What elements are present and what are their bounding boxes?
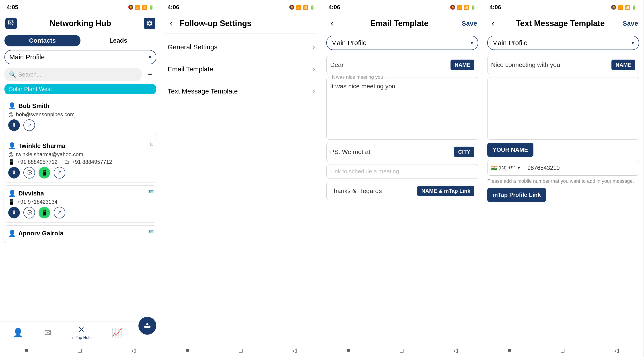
sys-menu-icon-2[interactable]: ≡	[186, 347, 189, 354]
share-btn-bob[interactable]: ↗	[24, 119, 35, 131]
sms-btn-divvisha[interactable]: 💬	[24, 207, 35, 218]
search-icon-1: 🔍	[9, 71, 16, 78]
svg-rect-6	[12, 21, 13, 22]
txt-greeting-row[interactable]: Nice connecting with you NAME	[487, 56, 639, 74]
nav-bar-1: Networking Hub	[0, 14, 161, 34]
svg-point-12	[146, 323, 148, 325]
contact-name-divvisha: 👤 Divvisha	[8, 190, 152, 197]
sys-back-icon-1[interactable]: ◁	[131, 347, 136, 354]
textarea-content: It was nice meeting you.	[330, 81, 474, 90]
time-3: 4:06	[328, 4, 340, 11]
download-btn-divvisha[interactable]: ⬇	[8, 207, 20, 218]
contact-email-bob: @ bob@svensonpipes.com	[8, 111, 152, 118]
settings-sms[interactable]: Text Message Template ›	[161, 80, 322, 102]
link-row[interactable]: Link to schedule a meeting	[326, 164, 478, 179]
tab-leads[interactable]: Leads	[80, 35, 156, 47]
svg-rect-3	[8, 22, 9, 23]
search-box-1[interactable]: 🔍 Search...	[4, 68, 142, 81]
back-button-4[interactable]: ‹	[488, 19, 498, 28]
bottom-nav-analytics[interactable]: 📈	[112, 328, 122, 337]
sys-menu-icon-4[interactable]: ≡	[508, 347, 511, 354]
sys-home-icon-4[interactable]: □	[561, 347, 564, 354]
card-badge-divvisha: 🪪	[148, 189, 154, 194]
phone-flag-selector[interactable]: 🇮🇳 (IN) +91 ▾	[488, 160, 524, 175]
settings-email-arrow: ›	[313, 66, 315, 73]
phone-icon-twinkle: 📱	[8, 159, 15, 165]
svg-rect-7	[12, 22, 12, 23]
mtap-badge-twinkle: ⊞	[150, 141, 154, 147]
screen-text-template: 4:06 🔕 📶 📶 🔋 ‹ Text Message Template Sav…	[483, 0, 644, 357]
filter-button-1[interactable]	[144, 68, 156, 81]
sys-back-icon-2[interactable]: ◁	[292, 347, 297, 354]
status-bar-2: 4:06 🔕 📶 📶 🔋	[161, 0, 322, 14]
time-2: 4:06	[168, 4, 179, 11]
txt-textarea[interactable]	[487, 77, 639, 140]
fab-button[interactable]	[138, 317, 156, 335]
settings-icon[interactable]	[144, 18, 155, 29]
download-btn-twinkle[interactable]: ⬇	[8, 167, 20, 179]
textarea-label: It was nice meeting you.	[330, 74, 386, 80]
sys-back-icon-4[interactable]: ◁	[614, 347, 619, 354]
ps-row[interactable]: PS: We met at CITY	[326, 143, 478, 161]
sys-home-icon-3[interactable]: □	[400, 347, 404, 354]
sms-btn-twinkle[interactable]: 💬	[24, 167, 35, 179]
share-btn-twinkle[interactable]: ↗	[54, 167, 65, 179]
ps-tag[interactable]: CITY	[454, 147, 474, 157]
qr-icon[interactable]	[5, 18, 17, 29]
screen-email-template: 4:06 🔕 📶 📶 🔋 ‹ Email Template Save Main …	[322, 0, 483, 357]
sys-home-icon-2[interactable]: □	[239, 347, 242, 354]
greeting-prefix: Dear	[330, 61, 450, 69]
greeting-row[interactable]: Dear NAME	[326, 56, 478, 74]
sys-home-icon-1[interactable]: □	[78, 347, 82, 354]
share-btn-divvisha[interactable]: ↗	[54, 207, 65, 218]
analytics-nav-icon: 📈	[112, 328, 122, 337]
search-row-1: 🔍 Search...	[0, 67, 161, 83]
greeting-tag[interactable]: NAME	[450, 60, 474, 70]
settings-general-label: General Settings	[168, 43, 217, 51]
contact-name-apoorv: 👤 Apoorv Gairola	[8, 230, 152, 237]
download-btn-bob[interactable]: ⬇	[8, 119, 20, 131]
person-icon-apoorv: 👤	[8, 230, 16, 237]
screen2-title: Follow-up Settings	[180, 19, 252, 28]
mtap-profile-link-button[interactable]: mTap Profile Link	[487, 188, 546, 202]
closing-tag[interactable]: NAME & mTap Link	[417, 186, 474, 196]
tag-chip-1[interactable]: Solar Plant West	[4, 84, 156, 94]
sys-menu-icon-3[interactable]: ≡	[347, 347, 350, 354]
profile-dropdown-4[interactable]: Main Profile ▾	[487, 36, 639, 50]
profile-dropdown-1[interactable]: Main Profile ▾	[4, 50, 156, 64]
tab-contacts[interactable]: Contacts	[4, 35, 80, 47]
profile-dropdown-3[interactable]: Main Profile ▾	[326, 36, 478, 50]
contact-phone-divvisha: 📱 +91 9718423134	[8, 199, 152, 205]
whatsapp-btn-twinkle[interactable]: 📱	[38, 167, 50, 179]
contact-phone1-twinkle: 📱 +91 8884957712 🗂 +91 8884957712	[8, 159, 152, 165]
phone-number-input[interactable]: 9876543210	[524, 164, 639, 171]
contact-name-twinkle: 👤 Twinkle Sharma	[8, 142, 152, 150]
settings-email-label: Email Template	[168, 65, 213, 73]
settings-general[interactable]: General Settings ›	[161, 36, 322, 58]
contact-email-twinkle: @ twinkle.sharma@yahoo.com	[8, 151, 152, 158]
body-textarea[interactable]: It was nice meeting you. It was nice mee…	[326, 77, 478, 140]
closing-row[interactable]: Thanks & Regards NAME & mTap Link	[326, 182, 478, 200]
back-button-2[interactable]: ‹	[166, 19, 176, 28]
person-icon-twinkle: 👤	[8, 142, 16, 150]
bottom-nav-profile[interactable]: 👤	[13, 328, 23, 337]
status-bar-3: 4:06 🔕 📶 📶 🔋	[322, 0, 482, 14]
save-button-3[interactable]: Save	[462, 20, 477, 27]
settings-general-arrow: ›	[313, 44, 315, 51]
sys-back-icon-3[interactable]: ◁	[453, 347, 458, 354]
svg-rect-2	[11, 21, 12, 21]
status-icons-3: 🔕 📶 📶 🔋	[450, 5, 476, 10]
settings-email[interactable]: Email Template ›	[161, 58, 322, 80]
your-name-button[interactable]: YOUR NAME	[487, 143, 534, 157]
back-button-3[interactable]: ‹	[327, 19, 337, 28]
save-button-4[interactable]: Save	[622, 20, 638, 27]
status-bar-1: 4:05 🔕 📶 📶 🔋	[0, 0, 161, 14]
nav-bar-2: ‹ Follow-up Settings	[161, 14, 322, 34]
svg-rect-0	[8, 21, 10, 22]
bottom-nav-mtap[interactable]: ✕ mTap Hub	[72, 325, 90, 340]
whatsapp-btn-divvisha[interactable]: 📱	[38, 207, 50, 218]
bottom-nav-messages[interactable]: ✉	[44, 328, 51, 337]
sys-menu-icon-1[interactable]: ≡	[25, 347, 28, 354]
mtap-nav-icon: ✕	[78, 325, 85, 334]
txt-greeting-tag[interactable]: NAME	[612, 60, 635, 70]
